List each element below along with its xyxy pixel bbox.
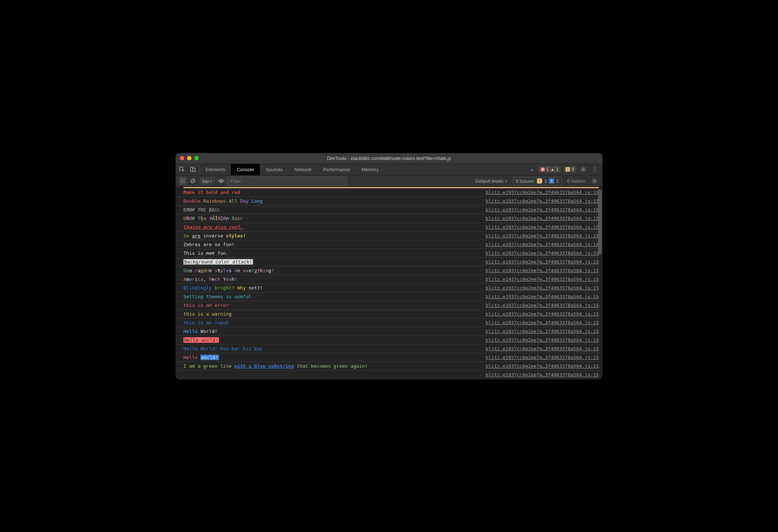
console-row: Chains are also cool.blitz.e1937cc6e2ee7… xyxy=(176,223,602,232)
console-row: this is an inputblitz.e1937cc6e2ee7e…3f4… xyxy=(176,318,602,327)
hidden-messages-label[interactable]: 6 hidden xyxy=(565,178,587,184)
tabs-overflow-button[interactable]: » xyxy=(529,166,535,172)
console-row: Hello World!blitz.e1937cc6e2ee7e…3f40633… xyxy=(176,327,602,336)
svg-line-11 xyxy=(585,168,585,168)
panel-tab-memory[interactable]: Memory xyxy=(356,164,385,175)
console-row: Make it bold and redblitz.e1937cc6e2ee7e… xyxy=(176,188,602,197)
console-message: Hello World! xyxy=(183,329,482,334)
source-link[interactable]: blitz.e1937cc6e2ee7e…3f4063378a564.js:15 xyxy=(482,268,599,273)
source-link[interactable]: blitz.e1937cc6e2ee7e…3f4063378a564.js:15 xyxy=(482,337,599,343)
console-row: America, Heck Yeah!blitz.e1937cc6e2ee7e…… xyxy=(176,275,602,284)
source-link[interactable]: blitz.e1937cc6e2ee7e…3f4063378a564.js:15 xyxy=(482,303,599,308)
console-row: I am a green line with a blue substring … xyxy=(176,362,602,371)
console-message: Hello world! xyxy=(183,337,482,343)
source-link[interactable]: blitz.e1937cc6e2ee7e…3f4063378a564.js:15 xyxy=(482,276,599,282)
live-expression-button[interactable] xyxy=(218,179,224,183)
source-link[interactable]: blitz.e1937cc6e2ee7e…3f4063378a564.js:15 xyxy=(482,311,599,317)
source-link[interactable]: blitz.e1937cc6e2ee7e…3f4063378a564.js:15 xyxy=(482,207,599,212)
scrollbar-thumb[interactable] xyxy=(598,189,602,254)
warning-icon: ▲ xyxy=(550,167,555,172)
source-link[interactable]: blitz.e1937cc6e2ee7e…3f4063378a564.js:15 xyxy=(482,285,599,291)
console-row: Blindingly bright? Why not?!blitz.e1937c… xyxy=(176,284,602,292)
panel-tab-sources[interactable]: Sources xyxy=(260,164,289,175)
source-link[interactable]: blitz.e1937cc6e2ee7e…3f4063378a564.js:15 xyxy=(482,233,599,238)
svg-point-16 xyxy=(594,180,595,182)
issues-summary-button[interactable]: 5 Issues: ! 3 ! 2 xyxy=(513,177,562,185)
source-link[interactable]: blitz.e1937cc6e2ee7e…3f4063378a564.js:15 xyxy=(482,355,599,360)
panel-tab-performance[interactable]: Performance xyxy=(317,164,356,175)
source-link[interactable]: blitz.e1937cc6e2ee7e…3f4063378a564.js:15 xyxy=(482,250,599,256)
toggle-sidebar-button[interactable] xyxy=(179,177,186,185)
devtools-window: DevTools - stackblitz.com/edit/node-colo… xyxy=(176,153,602,379)
console-message: ÐŔØ₽ Tɧҽ ЯǞĪŃ₿Øϻ ßΔ𐊖𐊖 xyxy=(183,216,482,221)
close-window-button[interactable] xyxy=(180,156,184,160)
issues-info-count: 2 xyxy=(556,178,559,184)
clear-console-button[interactable] xyxy=(189,177,196,185)
console-row: this is an errorblitz.e1937cc6e2ee7e…3f4… xyxy=(176,301,602,310)
console-message: America, Heck Yeah! xyxy=(183,276,482,282)
source-link[interactable]: blitz.e1937cc6e2ee7e…3f4063378a564.js:15 xyxy=(482,224,599,230)
console-message: This is not fun. xyxy=(183,250,482,256)
panel-tab-network[interactable]: Network xyxy=(289,164,318,175)
console-row: Hello world!blitz.e1937cc6e2ee7e…3f40633… xyxy=(176,336,602,345)
log-levels-selector[interactable]: Default levels xyxy=(473,177,510,185)
source-link[interactable]: blitz.e1937cc6e2ee7e…3f4063378a564.js:15 xyxy=(482,294,599,299)
panel-tab-elements[interactable]: Elements xyxy=(200,164,231,175)
error-warning-badge[interactable]: ✕ 1 ▲ 1 xyxy=(538,166,561,173)
console-row: This is not fun.blitz.e1937cc6e2ee7e…3f4… xyxy=(176,249,602,258)
console-settings-gear-icon[interactable] xyxy=(590,178,599,184)
source-link[interactable]: blitz.e1937cc6e2ee7e…3f4063378a564.js:15 xyxy=(482,216,599,221)
source-link[interactable]: blitz.e1937cc6e2ee7e…3f4063378a564.js:15 xyxy=(482,242,599,247)
source-link[interactable]: blitz.e1937cc6e2ee7e…3f4063378a564.js:15 xyxy=(482,363,599,369)
execution-context-selector[interactable]: top xyxy=(199,177,215,185)
issues-icon: ! xyxy=(566,167,570,172)
svg-line-9 xyxy=(585,171,585,172)
console-message: Double Rainbows All Day Long xyxy=(183,198,482,204)
panel-tab-console[interactable]: Console xyxy=(231,164,260,175)
issues-warn-icon: ! xyxy=(537,178,542,183)
source-link[interactable]: blitz.e1937cc6e2ee7e…3f4063378a564.js:15 xyxy=(482,198,599,204)
console-message: Hello World! Foo bar biz baz xyxy=(183,346,482,351)
console-row: So are inverse styles!blitz.e1937cc6e2ee… xyxy=(176,232,602,240)
zoom-window-button[interactable] xyxy=(194,156,199,160)
console-row: Use random styles on everything!blitz.e1… xyxy=(176,266,602,275)
svg-rect-2 xyxy=(193,168,195,172)
console-message: Blindingly bright? Why not?! xyxy=(183,285,482,291)
console-message: Chains are also cool. xyxy=(183,224,482,230)
console-row: this is a warningblitz.e1937cc6e2ee7e…3f… xyxy=(176,310,602,318)
svg-line-10 xyxy=(582,171,582,172)
svg-line-22 xyxy=(596,182,597,183)
source-link[interactable]: blitz.e1937cc6e2ee7e…3f4063378a564.js:15 xyxy=(482,329,599,334)
issues-warn-count: 3 xyxy=(544,178,547,184)
source-link[interactable]: blitz.e1937cc6e2ee7e…3f4063378a564.js:15 xyxy=(482,346,599,351)
filter-input[interactable] xyxy=(227,177,347,186)
more-menu-icon[interactable]: ⋮ xyxy=(591,166,599,173)
console-row: DЯØ₽ TΉΣ βΔ𐊖𐊖blitz.e1937cc6e2ee7e…3f4063… xyxy=(176,206,602,214)
console-message: I am a green line with a blue substring … xyxy=(183,363,482,369)
console-message: this is an error xyxy=(183,303,482,308)
source-link[interactable]: blitz.e1937cc6e2ee7e…3f4063378a564.js:15 xyxy=(482,320,599,325)
issues-badge[interactable]: ! 3 xyxy=(563,166,576,173)
settings-gear-icon[interactable] xyxy=(579,166,588,172)
console-row: Double Rainbows All Day Longblitz.e1937c… xyxy=(176,197,602,206)
svg-line-8 xyxy=(582,168,582,168)
source-link[interactable]: blitz.e1937cc6e2ee7e…3f4063378a564.js:15 xyxy=(482,372,599,377)
titlebar: DevTools - stackblitz.com/edit/node-colo… xyxy=(176,153,602,164)
issues-summary-label: 5 Issues: xyxy=(516,178,535,184)
console-row: Setting themes is usefulblitz.e1937cc6e2… xyxy=(176,292,602,301)
console-body[interactable]: Make it bold and redblitz.e1937cc6e2ee7e… xyxy=(176,187,602,379)
source-link[interactable]: blitz.e1937cc6e2ee7e…3f4063378a564.js:15 xyxy=(482,190,599,195)
svg-line-23 xyxy=(593,182,593,183)
minimize-window-button[interactable] xyxy=(187,156,191,160)
inspect-element-icon[interactable] xyxy=(179,166,185,172)
source-link[interactable]: blitz.e1937cc6e2ee7e…3f4063378a564.js:15 xyxy=(482,259,599,265)
console-message: Hello world! xyxy=(183,355,482,360)
console-message: Background color attack! xyxy=(183,259,482,265)
console-message: Setting themes is useful xyxy=(183,294,482,299)
panel-tabstrip: ElementsConsoleSourcesNetworkPerformance… xyxy=(176,164,602,176)
device-toolbar-icon[interactable] xyxy=(190,166,196,172)
svg-line-21 xyxy=(593,179,593,180)
console-toolbar: top Default levels 5 Issues: ! 3 ! 2 6 h… xyxy=(176,176,602,187)
console-message: DЯØ₽ TΉΣ βΔ𐊖𐊖 xyxy=(183,207,482,212)
console-row: Hello world!blitz.e1937cc6e2ee7e…3f40633… xyxy=(176,353,602,362)
